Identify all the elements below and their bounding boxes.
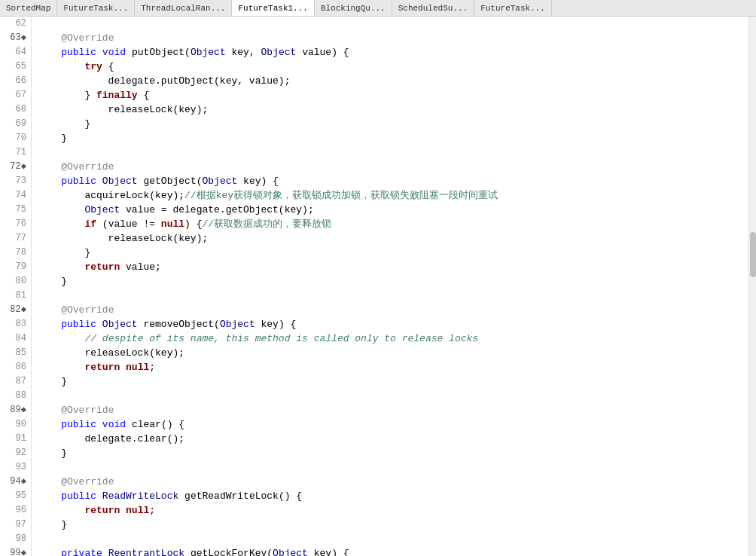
code-line-95: public ReadWriteLock getReadWriteLock() … bbox=[38, 489, 748, 503]
code-line-86: return null; bbox=[38, 360, 748, 374]
code-line-66: delegate.putObject(key, value); bbox=[38, 74, 748, 88]
code-line-71 bbox=[38, 145, 748, 160]
code-line-77: releaseLock(key); bbox=[38, 231, 748, 246]
ln-96: 96 bbox=[0, 503, 26, 518]
ln-75: 75 bbox=[0, 203, 26, 217]
code-line-93 bbox=[38, 460, 748, 475]
code-area: 62 63◆ 64 65 66 67 68 69 70 71 72◆ 73 74… bbox=[0, 17, 756, 556]
tab-blockingqu[interactable]: BlockingQu... bbox=[315, 0, 392, 17]
code-line-91: delegate.clear(); bbox=[38, 432, 748, 446]
code-line-68: releaseLock(key); bbox=[38, 102, 748, 117]
code-line-82: @Override bbox=[38, 303, 748, 317]
ln-78: 78 bbox=[0, 246, 26, 260]
tab-scheduledsu[interactable]: ScheduledSu... bbox=[392, 0, 474, 17]
ln-87: 87 bbox=[0, 374, 26, 389]
code-line-67: } finally { bbox=[38, 88, 748, 102]
code-line-80: } bbox=[38, 274, 748, 289]
code-content[interactable]: @Override public void putObject(Object k… bbox=[32, 17, 748, 556]
code-line-70: } bbox=[38, 131, 748, 145]
code-line-75: Object value = delegate.getObject(key); bbox=[38, 203, 748, 217]
tab-futuretask2[interactable]: FutureTask1... bbox=[232, 0, 314, 17]
code-line-90: public void clear() { bbox=[38, 417, 748, 432]
code-line-69: } bbox=[38, 117, 748, 131]
ln-93: 93 bbox=[0, 460, 26, 475]
tab-bar: SortedMap FutureTask... ThreadLocalRan..… bbox=[0, 0, 756, 17]
ln-86: 86 bbox=[0, 360, 26, 374]
code-line-89: @Override bbox=[38, 403, 748, 417]
ln-95: 95 bbox=[0, 489, 26, 503]
code-line-72: @Override bbox=[38, 160, 748, 174]
ln-88: 88 bbox=[0, 389, 26, 403]
code-line-78: } bbox=[38, 246, 748, 260]
ln-66: 66 bbox=[0, 74, 26, 88]
code-line-74: acquireLock(key);//根据key获得锁对象，获取锁成功加锁，获取… bbox=[38, 188, 748, 203]
ln-68: 68 bbox=[0, 102, 26, 117]
ln-91: 91 bbox=[0, 432, 26, 446]
code-line-62 bbox=[38, 17, 748, 31]
ln-77: 77 bbox=[0, 231, 26, 246]
ln-99: 99◆ bbox=[0, 546, 26, 556]
code-line-87: } bbox=[38, 374, 748, 389]
ln-72: 72◆ bbox=[0, 160, 26, 174]
code-line-65: try { bbox=[38, 60, 748, 74]
ln-63: 63◆ bbox=[0, 31, 26, 45]
ln-83: 83 bbox=[0, 317, 26, 331]
ln-64: 64 bbox=[0, 45, 26, 60]
code-line-84: // despite of its name, this method is c… bbox=[38, 331, 748, 346]
code-line-76: if (value != null) {//获取数据成功的，要释放锁 bbox=[38, 217, 748, 231]
code-line-88 bbox=[38, 389, 748, 403]
editor-container: SortedMap FutureTask... ThreadLocalRan..… bbox=[0, 0, 756, 556]
tab-threadlocalran[interactable]: ThreadLocalRan... bbox=[135, 0, 232, 17]
code-line-83: public Object removeObject(Object key) { bbox=[38, 317, 748, 331]
code-line-99: private ReentrantLock getLockForKey(Obje… bbox=[38, 546, 748, 556]
code-line-81 bbox=[38, 289, 748, 303]
ln-65: 65 bbox=[0, 60, 26, 74]
scrollbar-thumb[interactable] bbox=[750, 232, 756, 277]
code-line-97: } bbox=[38, 518, 748, 532]
ln-79: 79 bbox=[0, 260, 26, 274]
code-line-63: @Override bbox=[38, 31, 748, 45]
code-line-79: return value; bbox=[38, 260, 748, 274]
code-line-96: return null; bbox=[38, 503, 748, 518]
ln-70: 70 bbox=[0, 131, 26, 145]
ln-80: 80 bbox=[0, 274, 26, 289]
ln-84: 84 bbox=[0, 331, 26, 346]
ln-82: 82◆ bbox=[0, 303, 26, 317]
line-numbers: 62 63◆ 64 65 66 67 68 69 70 71 72◆ 73 74… bbox=[0, 17, 32, 556]
ln-69: 69 bbox=[0, 117, 26, 131]
code-line-98 bbox=[38, 532, 748, 546]
code-line-94: @Override bbox=[38, 475, 748, 489]
tab-sortedmap[interactable]: SortedMap bbox=[0, 0, 57, 17]
ln-76: 76 bbox=[0, 217, 26, 231]
code-line-73: public Object getObject(Object key) { bbox=[38, 174, 748, 188]
ln-71: 71 bbox=[0, 145, 26, 160]
tab-futuretask3[interactable]: FutureTask... bbox=[474, 0, 552, 17]
ln-67: 67 bbox=[0, 88, 26, 102]
ln-81: 81 bbox=[0, 289, 26, 303]
code-line-92: } bbox=[38, 446, 748, 460]
ln-94: 94◆ bbox=[0, 475, 26, 489]
ln-85: 85 bbox=[0, 346, 26, 360]
ln-97: 97 bbox=[0, 518, 26, 532]
ln-73: 73 bbox=[0, 174, 26, 188]
ln-90: 90 bbox=[0, 417, 26, 432]
ln-98: 98 bbox=[0, 532, 26, 546]
scrollbar-vertical[interactable] bbox=[748, 17, 756, 556]
ln-92: 92 bbox=[0, 446, 26, 460]
tab-futuretask1[interactable]: FutureTask... bbox=[57, 0, 135, 17]
code-line-64: public void putObject(Object key, Object… bbox=[38, 45, 748, 60]
ln-89: 89◆ bbox=[0, 403, 26, 417]
ln-62: 62 bbox=[0, 17, 26, 31]
ln-74: 74 bbox=[0, 188, 26, 203]
code-line-85: releaseLock(key); bbox=[38, 346, 748, 360]
